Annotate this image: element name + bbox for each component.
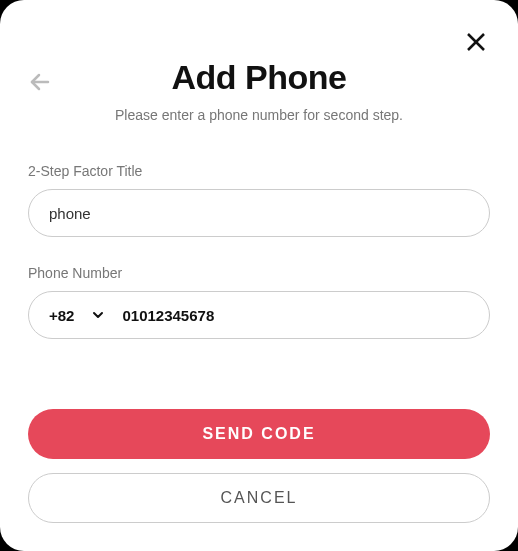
phone-label: Phone Number xyxy=(28,265,490,281)
country-code-value: +82 xyxy=(49,307,74,324)
send-code-button[interactable]: SEND CODE xyxy=(28,409,490,459)
modal-header: Add Phone Please enter a phone number fo… xyxy=(28,58,490,123)
arrow-left-icon xyxy=(28,70,52,94)
title-field-group: 2-Step Factor Title xyxy=(28,163,490,237)
page-title: Add Phone xyxy=(28,58,490,97)
close-icon xyxy=(464,30,488,54)
back-button[interactable] xyxy=(28,70,52,94)
title-label: 2-Step Factor Title xyxy=(28,163,490,179)
modal-actions: SEND CODE CANCEL xyxy=(28,409,490,523)
phone-form: 2-Step Factor Title Phone Number +82 xyxy=(28,163,490,339)
title-input-wrapper xyxy=(28,189,490,237)
page-subtitle: Please enter a phone number for second s… xyxy=(28,107,490,123)
country-code-selector[interactable]: +82 xyxy=(49,307,122,324)
phone-input-wrapper: +82 xyxy=(28,291,490,339)
chevron-down-icon xyxy=(92,309,104,321)
add-phone-modal: Add Phone Please enter a phone number fo… xyxy=(0,0,518,551)
phone-input[interactable] xyxy=(122,307,469,324)
title-input[interactable] xyxy=(49,205,469,222)
close-button[interactable] xyxy=(464,30,488,54)
phone-field-group: Phone Number +82 xyxy=(28,265,490,339)
cancel-button[interactable]: CANCEL xyxy=(28,473,490,523)
